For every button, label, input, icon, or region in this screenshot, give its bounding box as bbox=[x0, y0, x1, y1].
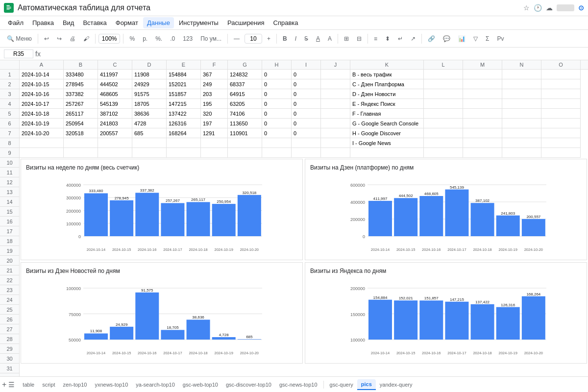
cell-reference[interactable] bbox=[4, 49, 33, 58]
menu-item-инструменты[interactable]: Инструменты bbox=[175, 17, 222, 28]
cell[interactable]: 249 bbox=[201, 79, 228, 89]
cell[interactable]: 1291 bbox=[201, 128, 228, 138]
col-header-e[interactable]: E bbox=[167, 60, 201, 69]
valign-btn[interactable]: ⬍ bbox=[382, 34, 393, 44]
col-header-a[interactable]: A bbox=[20, 60, 64, 69]
cell[interactable]: 257267 bbox=[64, 99, 98, 109]
cell[interactable] bbox=[20, 138, 64, 148]
cell[interactable] bbox=[262, 148, 292, 158]
star-icon[interactable]: ☆ bbox=[523, 4, 530, 12]
align-btn[interactable]: ≡ bbox=[371, 34, 380, 44]
chart-btn[interactable]: 📊 bbox=[455, 34, 468, 44]
menu-item-вставка[interactable]: Вставка bbox=[79, 17, 110, 28]
cell[interactable]: 337382 bbox=[64, 89, 98, 99]
cell[interactable] bbox=[541, 70, 581, 79]
cell[interactable] bbox=[502, 138, 541, 148]
cell[interactable]: 126316 bbox=[167, 119, 201, 128]
col-header-d[interactable]: D bbox=[132, 60, 167, 69]
cell[interactable]: 545139 bbox=[98, 99, 132, 109]
cell[interactable]: H - Google Discover bbox=[350, 128, 424, 138]
underline-btn[interactable]: A bbox=[313, 34, 323, 44]
cell[interactable] bbox=[541, 79, 581, 89]
cell[interactable]: 91575 bbox=[132, 89, 167, 99]
cell[interactable] bbox=[321, 138, 350, 148]
cell[interactable]: 0 bbox=[262, 109, 292, 119]
col-header-c[interactable]: C bbox=[98, 60, 132, 69]
col-header-m[interactable]: M bbox=[463, 60, 502, 69]
borders-btn[interactable]: ⊞ bbox=[341, 34, 352, 44]
cell[interactable]: 0 bbox=[262, 128, 292, 138]
add-sheet-btn[interactable]: + bbox=[2, 380, 6, 389]
menu-item-формат[interactable]: Формат bbox=[112, 17, 142, 28]
col-header-n[interactable]: N bbox=[502, 60, 541, 69]
text-color-btn[interactable]: A bbox=[325, 34, 335, 44]
cell[interactable]: 195 bbox=[201, 99, 228, 109]
undo-btn[interactable]: ↩ bbox=[41, 34, 52, 44]
paint-format-btn[interactable]: 🖌 bbox=[80, 34, 92, 44]
cell[interactable]: 320 bbox=[201, 109, 228, 119]
cell[interactable] bbox=[541, 99, 581, 109]
cell[interactable]: 203 bbox=[201, 89, 228, 99]
cell[interactable] bbox=[321, 79, 350, 89]
cell[interactable] bbox=[502, 70, 541, 79]
cell[interactable]: C - Дзен Платформа bbox=[350, 79, 424, 89]
col-header-j[interactable]: J bbox=[321, 60, 350, 69]
sheet-tab-gsc-web-top10[interactable]: gsc-web-top10 bbox=[179, 380, 222, 390]
cell[interactable] bbox=[262, 138, 292, 148]
col-header-l[interactable]: L bbox=[424, 60, 463, 69]
bywidth-btn[interactable]: По ум... bbox=[197, 34, 224, 44]
sheet-tab-script[interactable]: script bbox=[38, 380, 59, 390]
cell[interactable] bbox=[502, 128, 541, 138]
cell[interactable]: 4728 bbox=[132, 119, 167, 128]
cell[interactable]: 0 bbox=[292, 89, 321, 99]
cell[interactable]: F - Главная bbox=[350, 109, 424, 119]
cell[interactable] bbox=[228, 148, 262, 158]
cell[interactable]: 168264 bbox=[167, 128, 201, 138]
cell[interactable]: 0 bbox=[292, 99, 321, 109]
sheet-tab-yxnews-top10[interactable]: yxnews-top10 bbox=[91, 380, 132, 390]
sigma-btn[interactable]: Σ bbox=[483, 34, 492, 44]
cell[interactable] bbox=[424, 70, 463, 79]
cell[interactable]: 2024-10-14 bbox=[20, 70, 64, 79]
cell[interactable] bbox=[463, 128, 502, 138]
cell[interactable]: 24929 bbox=[132, 79, 167, 89]
cell[interactable]: 2024-10-17 bbox=[20, 99, 64, 109]
share-btn[interactable] bbox=[557, 4, 574, 11]
cell[interactable] bbox=[321, 148, 350, 158]
cell[interactable]: 2024-10-15 bbox=[20, 79, 64, 89]
menu-item-данные[interactable]: Данные bbox=[143, 17, 174, 28]
cell[interactable]: 333480 bbox=[64, 70, 98, 79]
cell[interactable] bbox=[64, 138, 98, 148]
cell[interactable]: 0 bbox=[262, 79, 292, 89]
sheets-menu-btn[interactable]: ☰ bbox=[8, 381, 15, 389]
link-btn[interactable]: 🔗 bbox=[425, 34, 438, 44]
cell[interactable] bbox=[424, 138, 463, 148]
cell[interactable]: D - Дзен Новости bbox=[350, 89, 424, 99]
cell[interactable] bbox=[541, 138, 581, 148]
cell[interactable] bbox=[502, 119, 541, 128]
cell[interactable]: 411997 bbox=[98, 70, 132, 79]
cell[interactable] bbox=[502, 79, 541, 89]
clock-icon[interactable]: 🕐 bbox=[534, 4, 542, 12]
cell[interactable]: 113650 bbox=[228, 119, 262, 128]
col-header-b[interactable]: B bbox=[64, 60, 98, 69]
zoom-display[interactable]: 100% bbox=[98, 34, 121, 44]
dot-btn[interactable]: %. bbox=[152, 34, 165, 44]
sheet-tab-zen-top10[interactable]: zen-top10 bbox=[59, 380, 91, 390]
col-header-f[interactable]: F bbox=[201, 60, 228, 69]
cell[interactable] bbox=[201, 138, 228, 148]
cell[interactable]: 241803 bbox=[98, 119, 132, 128]
cell[interactable] bbox=[321, 99, 350, 109]
sheet-tab-gsc-discover-top10[interactable]: gsc-discover-top10 bbox=[222, 380, 275, 390]
col-header-g[interactable]: G bbox=[228, 60, 262, 69]
cell[interactable]: 0 bbox=[262, 99, 292, 109]
cell[interactable]: 18705 bbox=[132, 99, 167, 109]
account-icon[interactable]: ⊙ bbox=[578, 4, 584, 12]
cell[interactable]: 200557 bbox=[98, 128, 132, 138]
cell[interactable]: 2024-10-16 bbox=[20, 89, 64, 99]
cell[interactable] bbox=[98, 138, 132, 148]
menu-item-расширения[interactable]: Расширения bbox=[223, 17, 269, 28]
cell[interactable]: 444502 bbox=[98, 79, 132, 89]
col-header-k[interactable]: K bbox=[350, 60, 424, 69]
cell[interactable]: G - Google Search Console bbox=[350, 119, 424, 128]
